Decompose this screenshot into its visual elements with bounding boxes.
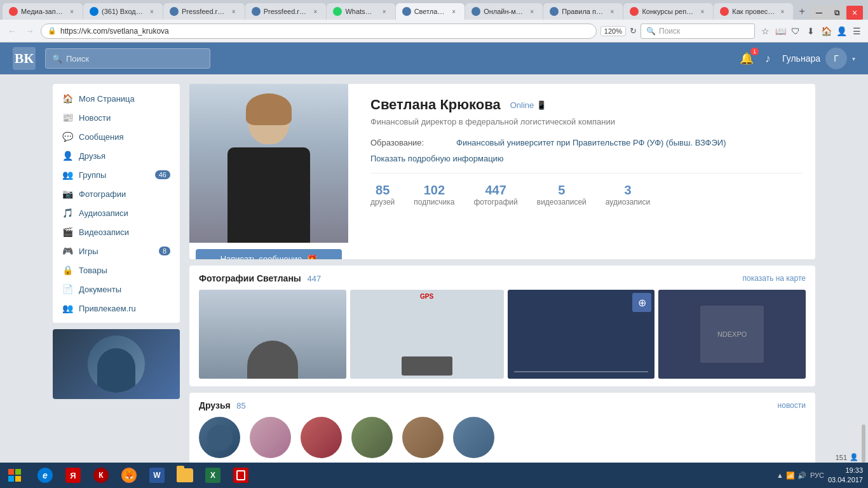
sidebar-item-promo[interactable]: 👥 Привлекаем.ru [53, 299, 180, 318]
profile-actions: Написать сообщение 🎁 [189, 243, 348, 259]
refresh-button[interactable]: ↻ [630, 26, 637, 36]
tab-close[interactable]: × [380, 7, 389, 16]
taskbar-app-folder[interactable] [172, 463, 198, 487]
sidebar-label: Товары [79, 266, 170, 275]
sidebar-item-audio[interactable]: 🎵 Аудиозаписи [53, 203, 180, 222]
tab-whatsapp[interactable]: WhatsApp × [327, 3, 395, 20]
zoom-level[interactable]: 120% [600, 26, 626, 36]
header-avatar: Г [825, 48, 847, 69]
address-box[interactable]: 🔒 https://vk.com/svetlana_krukova [41, 24, 597, 39]
vk-logo[interactable]: ВК [13, 47, 36, 70]
sidebar-item-photos[interactable]: 📷 Фотографии [53, 184, 180, 203]
shield-icon[interactable]: 🛡 [789, 25, 802, 37]
notifications-button[interactable]: 🔔 1 [740, 51, 754, 65]
stat-photos[interactable]: 447 фотографий [473, 183, 517, 207]
minimize-button[interactable]: ─ [811, 6, 827, 20]
tab-inbox[interactable]: (361) Входя... × [83, 3, 163, 20]
tab-media[interactable]: Медиа-запр... × [3, 3, 83, 20]
games-icon: 🎮 [62, 246, 72, 256]
download-icon[interactable]: ⬇ [804, 25, 817, 37]
games-badge: 8 [159, 247, 170, 255]
taskbar-app-red[interactable] [227, 463, 254, 487]
tab-svetlana[interactable]: Светлан... × [396, 3, 465, 20]
sidebar-item-friends[interactable]: 👤 Друзья [53, 146, 180, 165]
news-icon: 📰 [62, 112, 72, 123]
show-more-link[interactable]: Показать подробную информацию [370, 154, 803, 163]
reader-icon[interactable]: 📖 [774, 25, 787, 37]
profile-stats: 85 друзей 102 подписчика 447 фотографий [370, 173, 803, 216]
promo-image-block[interactable] [53, 329, 180, 399]
firefox-icon: 🦊 [121, 468, 137, 483]
tab-online[interactable]: Онлайн-ма... × [465, 3, 543, 20]
sidebar-item-games[interactable]: 🎮 Игры 8 [53, 241, 180, 261]
sidebar-label: Группы [79, 170, 149, 180]
forward-button[interactable]: → [23, 24, 37, 38]
taskbar-app-word[interactable]: W [144, 463, 170, 487]
browser-search-box[interactable]: 🔍 Поиск [641, 24, 755, 39]
sidebar-item-groups[interactable]: 👥 Группы 46 [53, 165, 180, 184]
taskbar-app-excel[interactable]: X [200, 463, 226, 487]
online-status: Online 📱 [510, 100, 547, 110]
back-button[interactable]: ← [5, 24, 19, 38]
restore-button[interactable]: ⧉ [829, 6, 845, 20]
tab-close[interactable]: × [311, 7, 320, 16]
photo-thumb-4[interactable]: NDEXPO [658, 290, 806, 379]
taskbar-app-firefox[interactable]: 🦊 [116, 463, 142, 487]
sidebar-item-docs[interactable]: 📄 Документы [53, 280, 180, 299]
docs-icon: 📄 [62, 284, 72, 294]
friend-avatar-4 [351, 417, 393, 458]
stat-friends[interactable]: 85 друзей [370, 183, 395, 207]
tab-close[interactable]: × [607, 7, 616, 16]
photo-thumb-1[interactable] [199, 290, 346, 379]
tab-howto[interactable]: Как провест... × [714, 3, 793, 20]
language-indicator[interactable]: РУС [810, 471, 824, 479]
photo-thumb-2[interactable]: GPS [350, 290, 504, 379]
write-message-button[interactable]: Написать сообщение 🎁 [196, 249, 342, 259]
stat-audio[interactable]: 3 аудиозаписи [606, 183, 650, 207]
sidebar-item-news[interactable]: 📰 Новости [53, 108, 180, 127]
close-button[interactable]: × [846, 6, 863, 20]
taskbar-app-k[interactable]: К [88, 463, 114, 487]
sidebar-item-my-page[interactable]: 🏠 Моя Страница [53, 89, 180, 108]
tab-pressfeed1[interactable]: Pressfeed.ru... × [163, 3, 245, 20]
tab-pressfeed2[interactable]: Pressfeed.ru... × [245, 3, 327, 20]
vk-search-box[interactable]: 🔍 Поиск [45, 48, 210, 69]
friend-avatar-3 [301, 417, 342, 458]
up-arrow-icon[interactable]: ▲ [776, 471, 783, 479]
home-icon[interactable]: 🏠 [820, 25, 832, 37]
tab-contests[interactable]: Конкурсы репо... × [623, 3, 713, 20]
tab-close[interactable]: × [698, 7, 707, 16]
audio-icon: 🎵 [62, 208, 72, 218]
stat-subscribers[interactable]: 102 подписчика [414, 183, 454, 207]
scrollbar[interactable] [862, 424, 865, 463]
education-value[interactable]: Финансовый университет при Правительстве… [456, 138, 726, 147]
friends-news-link[interactable]: новости [778, 401, 806, 410]
tab-close[interactable]: × [229, 7, 238, 16]
tab-close[interactable]: × [449, 7, 458, 16]
account-icon[interactable]: 👤 [835, 25, 848, 37]
tab-close[interactable]: × [527, 7, 536, 16]
tab-close[interactable]: × [778, 7, 787, 16]
menu-icon[interactable]: ☰ [850, 25, 863, 37]
speaker-icon[interactable]: 🔊 [797, 471, 806, 480]
sidebar-item-video[interactable]: 🎬 Видеозаписи [53, 222, 180, 241]
tab-close[interactable]: × [67, 7, 76, 16]
taskbar-app-ie[interactable]: e [32, 463, 58, 487]
tab-label: Светлан... [414, 8, 446, 15]
stat-videos[interactable]: 5 видеозаписей [537, 183, 587, 207]
photo-thumb-3[interactable]: ⊕ [508, 290, 655, 379]
tab-close[interactable]: × [147, 7, 156, 16]
bookmark-icon[interactable]: ☆ [759, 25, 771, 37]
tab-rules[interactable]: Правила пр... × [543, 3, 623, 20]
k-app-icon: К [93, 468, 109, 483]
sidebar-item-goods[interactable]: 🔒 Товары [53, 261, 180, 280]
music-button[interactable]: ♪ [765, 52, 771, 65]
show-on-map-link[interactable]: показать на карте [743, 274, 806, 283]
vk-logo-text: ВК [15, 50, 34, 67]
start-button[interactable] [0, 463, 29, 488]
new-tab-button[interactable]: + [794, 3, 810, 20]
taskbar-app-yandex[interactable]: Я [60, 463, 86, 487]
user-menu[interactable]: Гульнара Г ▾ [782, 48, 855, 69]
sidebar-item-messages[interactable]: 💬 Сообщения [53, 127, 180, 146]
taskbar-clock[interactable]: 19:33 03.04.2017 [828, 466, 863, 485]
